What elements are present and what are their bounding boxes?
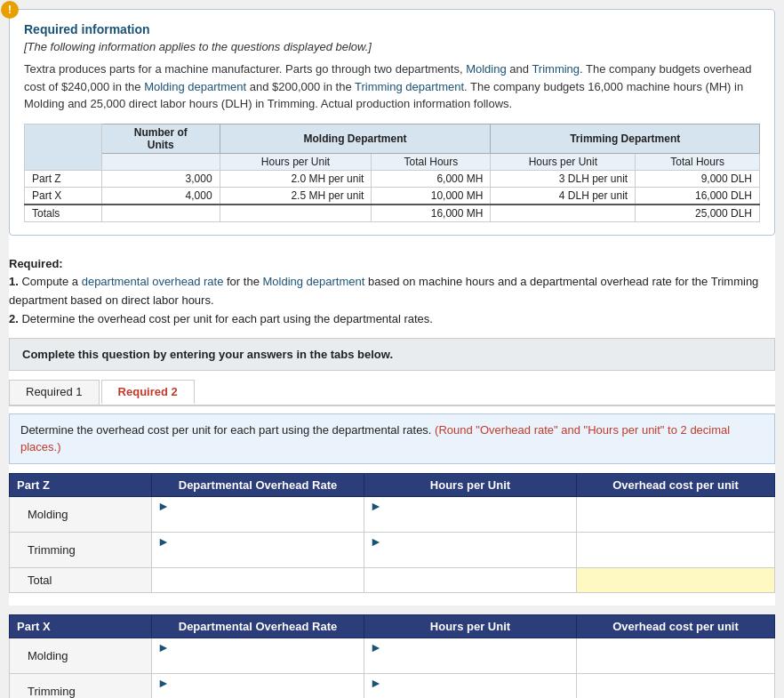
- part-x-molding-label: Molding: [10, 638, 152, 673]
- info-subtitle: [The following information applies to th…: [24, 40, 760, 53]
- totals-units: [101, 205, 220, 222]
- part-z-total-hours-input[interactable]: [368, 572, 572, 589]
- part-z-molding-label: Molding: [10, 496, 152, 532]
- arrow-icon: ►: [156, 533, 172, 550]
- part-z-total-rate-input[interactable]: [156, 572, 360, 589]
- instruction-text: Determine the overhead cost per unit for…: [9, 413, 775, 464]
- part-z-molding-cost-cell: [576, 496, 774, 532]
- part-z-total-cost-cell: [576, 567, 774, 592]
- part-z-trimming-cost-input[interactable]: [580, 542, 771, 558]
- part-x-trimming-rate-cell: ►: [152, 673, 364, 698]
- table-row: Molding ► ►: [10, 638, 775, 673]
- col-header-cost-x: Overhead cost per unit: [576, 614, 774, 638]
- trimming-dept-ref: Trimming department: [355, 80, 464, 93]
- arrow-icon: ►: [156, 497, 172, 515]
- table-row: Total: [10, 567, 775, 592]
- col-header-hours-x: Hours per Unit: [364, 614, 576, 638]
- part-z-molding-rate-cell: ►: [152, 496, 364, 532]
- part-x-molding-hours-input[interactable]: [368, 654, 572, 671]
- part-x-molding-cost-input[interactable]: [580, 647, 771, 664]
- part-x-molding-cost-cell: [576, 638, 774, 673]
- part-x-trim-total: 16,000 DLH: [636, 187, 760, 205]
- arrow-icon: ►: [368, 638, 384, 656]
- part-z-total-label: Total: [10, 567, 152, 592]
- required-item-1: 1. Compute a departmental overhead rate …: [9, 275, 758, 307]
- part-z-trimming-rate-cell: ►: [152, 532, 364, 567]
- part-x-trimming-hours-cell: ►: [364, 673, 576, 698]
- part-x-trimming-cost-input[interactable]: [580, 683, 771, 698]
- tabs-row: Required 1 Required 2: [9, 380, 775, 406]
- part-x-units: 4,000: [101, 187, 220, 205]
- part-z-total-hours-cell: [364, 567, 576, 592]
- col-header-rate-x: Departmental Overhead Rate: [152, 614, 364, 638]
- info-table: Number ofUnits Molding Department Trimmi…: [24, 124, 760, 222]
- trimming-ref: Trimming: [532, 62, 580, 76]
- totals-mol-total: 16,000 MH: [372, 205, 491, 222]
- part-x-trimming-label: Trimming: [10, 673, 152, 698]
- required-section: Required: 1. Compute a departmental over…: [9, 248, 775, 338]
- totals-trim-hpu: [491, 205, 636, 222]
- part-x-trimming-cost-cell: [576, 673, 774, 698]
- part-z-units: 3,000: [101, 170, 220, 187]
- part-z-trimming-hours-cell: ►: [364, 532, 576, 567]
- part-x-molding-rate-cell: ►: [152, 638, 364, 673]
- part-z-trimming-hours-input[interactable]: [368, 549, 572, 566]
- table-row: Molding ► ►: [10, 496, 775, 532]
- part-z-molding-rate-input[interactable]: [156, 513, 360, 530]
- tab-required-2[interactable]: Required 2: [101, 380, 195, 405]
- part-x-trimming-hours-input[interactable]: [368, 690, 572, 698]
- main-container: ! Required information [The following in…: [9, 9, 775, 698]
- part-z-section: Part Z Departmental Overhead Rate Hours …: [9, 473, 775, 593]
- instruction-main: Determine the overhead cost per unit for…: [20, 423, 435, 437]
- info-title: Required information: [24, 22, 760, 36]
- totals-trim-total: 25,000 DLH: [636, 205, 760, 222]
- totals-mol-hpu: [220, 205, 372, 222]
- part-z-trim-hpu: 3 DLH per unit: [491, 170, 636, 187]
- table-row: Part X 4,000 2.5 MH per unit 10,000 MH 4…: [25, 187, 760, 205]
- part-z-table: Part Z Departmental Overhead Rate Hours …: [9, 473, 775, 593]
- complete-text: Complete this question by entering your …: [22, 348, 393, 361]
- part-z-trimming-rate-input[interactable]: [156, 549, 360, 566]
- arrow-icon: ►: [156, 674, 172, 692]
- alert-icon: !: [1, 1, 19, 19]
- part-z-trim-total: 9,000 DLH: [636, 170, 760, 187]
- part-z-total-rate-cell: [152, 567, 364, 592]
- part-x-mol-total: 10,000 MH: [372, 187, 491, 205]
- part-x-molding-hours-cell: ►: [364, 638, 576, 673]
- col-header-rate-z: Departmental Overhead Rate: [152, 473, 364, 496]
- table-row: Trimming ► ►: [10, 532, 775, 567]
- part-x-trim-hpu: 4 DLH per unit: [491, 187, 636, 205]
- part-z-mol-hpu: 2.0 MH per unit: [220, 170, 372, 187]
- col-header-hours-z: Hours per Unit: [364, 473, 576, 496]
- totals-row: Totals 16,000 MH 25,000 DLH: [25, 205, 760, 222]
- part-z-trimming-cost-cell: [576, 532, 774, 567]
- table-row: Trimming ► ►: [10, 673, 775, 698]
- section-spacer: [9, 606, 775, 614]
- col-header-cost-z: Overhead cost per unit: [576, 473, 774, 496]
- part-x-molding-rate-input[interactable]: [156, 654, 360, 671]
- part-x-section: Part X Departmental Overhead Rate Hours …: [9, 614, 775, 698]
- table-row: Part Z 3,000 2.0 MH per unit 6,000 MH 3 …: [25, 170, 760, 187]
- part-z-molding-hours-input[interactable]: [368, 513, 572, 530]
- part-z-total-cost-input[interactable]: [584, 572, 767, 589]
- arrow-icon: ►: [156, 638, 172, 656]
- info-body: Textra produces parts for a machine manu…: [24, 60, 760, 113]
- molding-ref: Molding: [466, 62, 507, 76]
- row-label: Part X: [25, 187, 102, 205]
- part-z-trimming-label: Trimming: [10, 532, 152, 567]
- arrow-icon: ►: [368, 497, 384, 515]
- molding-dept-ref: Molding department: [144, 80, 246, 93]
- part-x-trimming-rate-input[interactable]: [156, 690, 360, 698]
- row-label: Part Z: [25, 170, 102, 187]
- part-z-molding-cost-input[interactable]: [580, 506, 771, 523]
- part-z-molding-hours-cell: ►: [364, 496, 576, 532]
- tab-required-1[interactable]: Required 1: [9, 380, 100, 405]
- info-box: ! Required information [The following in…: [9, 9, 775, 236]
- part-x-table: Part X Departmental Overhead Rate Hours …: [9, 614, 775, 698]
- part-z-mol-total: 6,000 MH: [372, 170, 491, 187]
- required-item-2: 2. Determine the overhead cost per unit …: [9, 312, 433, 325]
- part-z-header: Part Z: [10, 473, 152, 496]
- arrow-icon: ►: [368, 674, 384, 692]
- arrow-icon: ►: [368, 533, 384, 550]
- required-title: Required:: [9, 257, 63, 270]
